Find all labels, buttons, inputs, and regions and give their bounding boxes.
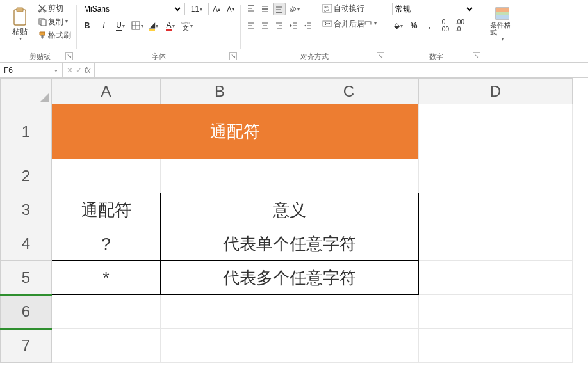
cell-C2[interactable] (279, 159, 419, 193)
phonetic-button[interactable]: wén文 ▾ (181, 19, 193, 32)
increase-decimal-button[interactable]: .0.00 (438, 19, 451, 32)
merge-center-button[interactable]: 合并后居中 ▾ (320, 18, 379, 29)
dialog-launcher-icon[interactable]: ↘ (377, 52, 384, 60)
cell-A3[interactable]: 通配符 (52, 193, 161, 227)
painter-label: 格式刷 (48, 31, 71, 39)
cancel-formula-button[interactable]: ✕ (67, 66, 73, 75)
align-center-icon (261, 21, 270, 30)
row-header-4[interactable]: 4 (1, 227, 52, 261)
number-format-select[interactable]: 常规 (392, 3, 475, 15)
currency-button[interactable]: ⬙▾ (392, 19, 405, 32)
group-condformat: 条件格式 ▾ (484, 3, 520, 62)
col-header-C[interactable]: C (279, 79, 419, 104)
grow-font-button[interactable]: A▴ (210, 3, 223, 15)
shrink-font-button[interactable]: A▾ (224, 3, 237, 15)
align-bottom-button[interactable] (273, 3, 286, 15)
italic-button[interactable]: I (97, 19, 110, 32)
cell-A4[interactable]: ? (52, 227, 161, 261)
sheet-grid[interactable]: A B C D 1 通配符 2 3 通配符 意义 4 ? (0, 78, 588, 363)
group-number: 常规 ⬙▾ % , .0.00 .00.0 数字 ↘ (388, 3, 484, 62)
formula-input[interactable] (95, 63, 588, 77)
font-color-icon: A (166, 20, 171, 31)
cell-A7[interactable] (52, 329, 161, 363)
cell-D4[interactable] (419, 227, 573, 261)
row-header-7[interactable]: 7 (1, 329, 52, 363)
align-middle-icon (261, 4, 270, 13)
fx-button[interactable]: fx (85, 66, 90, 75)
paste-icon (12, 7, 28, 26)
svg-rect-39 (496, 8, 509, 12)
cell-B7[interactable] (161, 329, 279, 363)
align-top-button[interactable] (245, 3, 257, 15)
svg-rect-1 (17, 8, 23, 12)
cut-button[interactable]: 剪切 (36, 3, 73, 14)
font-name-select[interactable]: MiSans (81, 3, 183, 15)
cell-D2[interactable] (419, 159, 573, 193)
col-header-B[interactable]: B (161, 79, 279, 104)
select-all-corner[interactable] (1, 79, 52, 104)
format-painter-button[interactable]: 格式刷 (36, 29, 73, 41)
wrap-icon: abc↵ (322, 4, 332, 13)
cell-C7[interactable] (279, 329, 419, 363)
formula-bar: F6 ⌄ ✕ ✓ fx (0, 63, 588, 78)
dialog-launcher-icon[interactable]: ↘ (229, 52, 237, 60)
underline-button[interactable]: U▾ (114, 19, 127, 32)
row-header-2[interactable]: 2 (1, 159, 52, 193)
name-box[interactable]: F6 ⌄ (0, 63, 63, 77)
copy-button[interactable]: 复制 ▾ (36, 16, 73, 28)
row-header-1[interactable]: 1 (1, 104, 52, 159)
align-center-button[interactable] (259, 19, 272, 32)
cell-B3[interactable]: 意义 (161, 193, 419, 227)
dialog-launcher-icon[interactable]: ↘ (473, 52, 480, 60)
wrap-text-button[interactable]: abc↵ 自动换行 (320, 3, 379, 14)
cell-D1[interactable] (419, 104, 573, 159)
align-middle-button[interactable] (259, 3, 272, 15)
cell-A5[interactable]: * (52, 261, 161, 295)
cell-D3[interactable] (419, 193, 573, 227)
cell-B2[interactable] (161, 159, 279, 193)
cell-D7[interactable] (419, 329, 573, 363)
conditional-format-button[interactable]: 条件格式 ▾ (488, 3, 516, 46)
fill-color-button[interactable]: ◢ ▾ (147, 19, 160, 32)
cell-D6[interactable] (419, 295, 573, 329)
accept-formula-button[interactable]: ✓ (76, 66, 82, 75)
align-bottom-icon (275, 4, 284, 13)
svg-text:c↵: c↵ (324, 8, 329, 12)
align-right-button[interactable] (273, 19, 286, 32)
cell-C6[interactable] (279, 295, 419, 329)
row-header-6[interactable]: 6 (1, 295, 52, 329)
cell-B5[interactable]: 代表多个任意字符 (161, 261, 419, 295)
indent-increase-icon (303, 21, 312, 30)
cell-B4[interactable]: 代表单个任意字符 (161, 227, 419, 261)
chevron-down-icon: ▾ (65, 19, 68, 24)
indent-increase-button[interactable] (301, 19, 314, 32)
cell-A6[interactable] (52, 295, 161, 329)
bucket-icon: ◢ (149, 20, 155, 31)
paste-button[interactable]: 粘贴 ▾ (6, 3, 33, 46)
cell-D5[interactable] (419, 261, 573, 295)
font-size-input[interactable]: 11 ▾ (184, 3, 209, 15)
bold-button[interactable]: B (81, 19, 94, 32)
comma-button[interactable]: , (423, 19, 436, 32)
borders-button[interactable]: ▾ (131, 19, 143, 32)
indent-decrease-button[interactable] (287, 19, 300, 32)
col-header-A[interactable]: A (52, 79, 161, 104)
decrease-decimal-button[interactable]: .00.0 (453, 19, 466, 32)
copy-label: 复制 (48, 18, 63, 26)
row-header-3[interactable]: 3 (1, 193, 52, 227)
percent-button[interactable]: % (407, 19, 420, 32)
cell-B6[interactable] (161, 295, 279, 329)
brush-icon (38, 31, 47, 40)
row-header-5[interactable]: 5 (1, 261, 52, 295)
orientation-button[interactable]: ab▾ (287, 3, 300, 15)
cell-A1[interactable]: 通配符 (52, 104, 419, 159)
chevron-down-icon: ▾ (172, 23, 175, 29)
cell-A2[interactable] (52, 159, 161, 193)
group-clipboard: 粘贴 ▾ 剪切 复制 ▾ (3, 3, 77, 62)
font-color-button[interactable]: A ▾ (164, 19, 177, 32)
indent-decrease-icon (289, 21, 298, 30)
currency-icon: ⬙ (394, 21, 400, 30)
align-left-button[interactable] (245, 19, 257, 32)
dialog-launcher-icon[interactable]: ↘ (65, 52, 73, 60)
col-header-D[interactable]: D (419, 79, 573, 104)
